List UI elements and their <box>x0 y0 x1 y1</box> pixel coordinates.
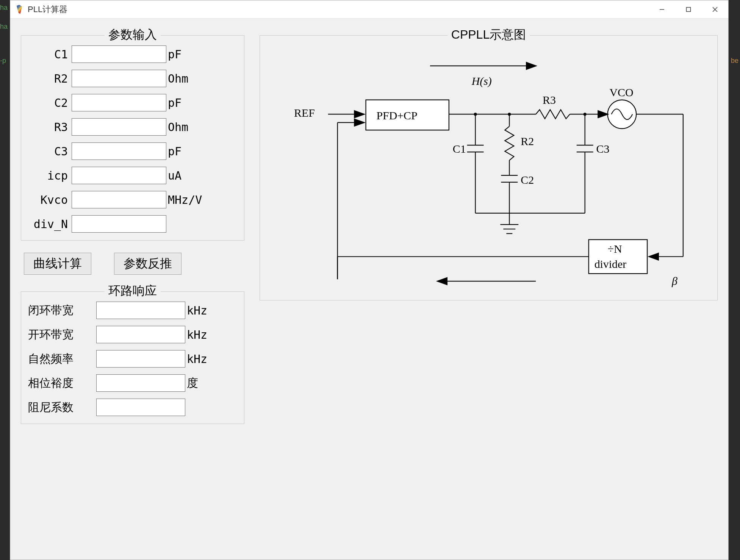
svg-text:C2: C2 <box>521 174 534 186</box>
response-label: 相位裕度 <box>28 375 96 391</box>
param-row: C2pF <box>28 94 237 111</box>
param-unit: pF <box>166 145 181 158</box>
content-area: 参数输入 C1pFR2OhmC2pFR3OhmC3pFicpuAKvcoMHz/… <box>10 19 728 560</box>
response-label: 闭环带宽 <box>28 303 96 318</box>
response-input-0[interactable] <box>96 302 185 319</box>
param-input-kvco[interactable] <box>72 191 166 208</box>
param-label: icp <box>28 169 72 182</box>
calc-button[interactable]: 曲线计算 <box>24 253 91 275</box>
param-label: div_N <box>28 217 72 231</box>
svg-text:PFD+CP: PFD+CP <box>376 109 417 122</box>
param-row: C3pF <box>28 142 237 160</box>
response-unit: kHz <box>185 352 207 366</box>
svg-text:VCO: VCO <box>610 86 634 99</box>
param-label: Kvco <box>28 193 72 206</box>
svg-text:R2: R2 <box>521 135 534 147</box>
param-input-div_n[interactable] <box>72 215 166 233</box>
response-unit: 度 <box>185 375 198 391</box>
response-label: 自然频率 <box>28 351 96 367</box>
param-unit: Ohm <box>166 72 188 85</box>
svg-text:R3: R3 <box>543 94 556 106</box>
response-input-4[interactable] <box>96 399 185 416</box>
param-row: R2Ohm <box>28 70 237 87</box>
param-row: icpuA <box>28 167 237 184</box>
close-button[interactable] <box>702 0 728 19</box>
param-row: div_N <box>28 215 237 233</box>
svg-text:H(s): H(s) <box>471 75 492 88</box>
response-label: 阻尼系数 <box>28 400 96 415</box>
button-row: 曲线计算 参数反推 <box>24 253 244 275</box>
params-title: 参数输入 <box>105 27 161 43</box>
param-unit: Ohm <box>166 120 188 134</box>
param-input-r3[interactable] <box>72 118 166 136</box>
param-row: C1pF <box>28 45 237 63</box>
param-input-c2[interactable] <box>72 94 166 111</box>
svg-text:C3: C3 <box>596 142 610 155</box>
param-label: C2 <box>28 96 72 109</box>
app-window: PLL计算器 参数输入 C1pFR2OhmC2pFR3OhmC3pFicpuAK… <box>10 0 729 560</box>
param-input-c3[interactable] <box>72 142 166 160</box>
response-row: 自然频率kHz <box>28 350 237 368</box>
param-unit: uA <box>166 169 181 182</box>
response-unit: kHz <box>185 304 207 317</box>
app-icon <box>15 5 24 14</box>
minimize-button[interactable] <box>649 0 675 19</box>
param-unit: MHz/V <box>166 193 202 206</box>
svg-text:divider: divider <box>595 258 627 270</box>
param-unit: pF <box>166 48 181 61</box>
svg-text:REF: REF <box>294 106 315 119</box>
param-input-c1[interactable] <box>72 45 166 63</box>
svg-rect-1 <box>687 7 691 11</box>
param-row: R3Ohm <box>28 118 237 136</box>
window-title: PLL计算器 <box>28 4 67 15</box>
param-unit: pF <box>166 96 181 109</box>
response-input-3[interactable] <box>96 374 185 392</box>
response-input-1[interactable] <box>96 326 185 343</box>
response-row: 开环带宽kHz <box>28 326 237 343</box>
pll-schematic: H(s) REF PFD+CP <box>271 47 706 289</box>
param-input-icp[interactable] <box>72 167 166 184</box>
params-group: 参数输入 C1pFR2OhmC2pFR3OhmC3pFicpuAKvcoMHz/… <box>21 35 244 241</box>
param-label: C1 <box>28 48 72 61</box>
response-row: 相位裕度度 <box>28 374 237 392</box>
svg-text:÷N: ÷N <box>608 242 622 255</box>
response-row: 闭环带宽kHz <box>28 302 237 319</box>
param-label: C3 <box>28 145 72 158</box>
svg-text:C1: C1 <box>453 142 466 155</box>
maximize-button[interactable] <box>675 0 702 19</box>
response-label: 开环带宽 <box>28 327 96 343</box>
response-unit: kHz <box>185 328 207 341</box>
diagram-title: CPPLL示意图 <box>447 27 530 43</box>
param-label: R3 <box>28 120 72 134</box>
response-title: 环路响应 <box>105 283 161 299</box>
response-group: 环路响应 闭环带宽kHz开环带宽kHz自然频率kHz相位裕度度阻尼系数 <box>21 291 244 424</box>
param-label: R2 <box>28 72 72 85</box>
titlebar: PLL计算器 <box>10 0 728 19</box>
diagram-group: CPPLL示意图 H(s) REF PFD+CP <box>260 35 718 300</box>
invert-button[interactable]: 参数反推 <box>114 253 181 275</box>
response-input-2[interactable] <box>96 350 185 368</box>
svg-text:β: β <box>671 275 677 287</box>
response-row: 阻尼系数 <box>28 399 237 416</box>
param-input-r2[interactable] <box>72 70 166 87</box>
param-row: KvcoMHz/V <box>28 191 237 208</box>
